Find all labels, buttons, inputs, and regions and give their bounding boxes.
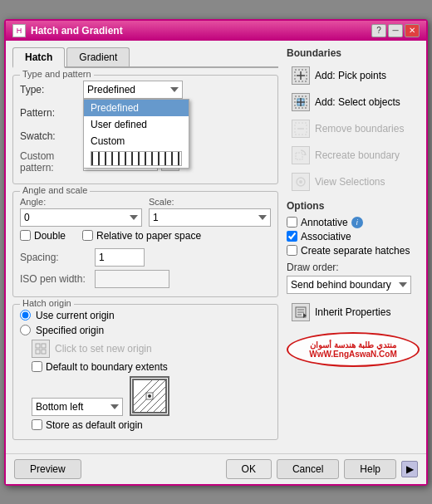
- help-button-bottom[interactable]: Help: [344, 459, 396, 479]
- recreate-label: Recreate boundary: [315, 149, 400, 161]
- angle-block: Angle: 0: [20, 197, 142, 227]
- bottom-left-select[interactable]: Bottom left Bottom right Top left Top ri…: [32, 398, 123, 416]
- click-set-label: Click to set new origin: [55, 343, 152, 355]
- add-select-icon: [292, 93, 310, 111]
- double-checkbox-row: Double: [20, 230, 66, 242]
- relative-checkbox-row: Relative to paper space: [82, 230, 201, 242]
- type-select[interactable]: Predefined User defined Custom: [83, 81, 183, 99]
- tab-gradient[interactable]: Gradient: [66, 47, 130, 66]
- main-content: Hatch Gradient Type and pattern Type: Pr…: [6, 41, 426, 453]
- view-icon: [292, 173, 310, 191]
- preview-button[interactable]: Preview: [14, 459, 81, 479]
- cancel-button[interactable]: Cancel: [277, 459, 339, 479]
- svg-rect-1: [42, 344, 46, 348]
- view-label: View Selections: [315, 176, 385, 188]
- scale-block: Scale: 1: [149, 197, 271, 227]
- close-button[interactable]: ✕: [405, 24, 420, 37]
- iso-select[interactable]: [95, 270, 169, 288]
- separate-checkbox[interactable]: [287, 245, 297, 256]
- svg-rect-0: [36, 344, 40, 348]
- specified-radio[interactable]: [20, 325, 31, 335]
- annotative-label: Annotative: [301, 217, 348, 228]
- pattern-label: Pattern:: [20, 107, 78, 119]
- dropdown-custom[interactable]: Custom: [84, 133, 189, 149]
- svg-rect-3: [42, 350, 46, 354]
- associative-checkbox[interactable]: [287, 231, 297, 242]
- draw-order-label: Draw order:: [287, 262, 420, 273]
- tab-hatch[interactable]: Hatch: [12, 47, 65, 68]
- default-boundary-label: Default to boundary extents: [46, 361, 168, 373]
- boundaries-section: Boundaries Add: Pick points: [287, 47, 420, 193]
- scale-label: Scale:: [149, 197, 271, 207]
- help-button[interactable]: ?: [371, 24, 386, 37]
- relative-label: Relative to paper space: [96, 230, 201, 242]
- double-checkbox[interactable]: [20, 230, 31, 241]
- dropdown-user-defined[interactable]: User defined: [84, 116, 189, 133]
- angle-label: Angle:: [20, 197, 142, 207]
- angle-scale-section: Angle and scale Angle: 0 Scale: 1: [12, 191, 278, 297]
- watermark-line2: WwW.EngAswaN.CoM: [295, 350, 411, 359]
- minimize-button[interactable]: ─: [388, 24, 403, 37]
- spacing-input[interactable]: [95, 248, 145, 267]
- recreate-btn[interactable]: Recreate boundary: [287, 144, 420, 167]
- hatch-preview-img: [130, 376, 169, 416]
- dropdown-predefined[interactable]: Predefined: [84, 100, 189, 116]
- spacing-row: Spacing:: [20, 248, 271, 267]
- boundaries-label: Boundaries: [287, 47, 420, 59]
- next-arrow-btn[interactable]: ▶: [401, 461, 418, 477]
- title-buttons: ? ─ ✕: [371, 24, 420, 37]
- type-select-wrapper: Predefined User defined Custom Predefine…: [83, 81, 183, 99]
- remove-icon: [292, 120, 310, 138]
- annotative-checkbox[interactable]: [287, 217, 297, 228]
- iso-row: ISO pen width:: [20, 270, 271, 288]
- use-current-radio[interactable]: [20, 310, 31, 321]
- options-section: Options Annotative i Associative Create …: [287, 200, 420, 324]
- inherit-btn[interactable]: Inherit Properties: [287, 301, 420, 324]
- use-current-label: Use current origin: [36, 310, 115, 321]
- tab-bar: Hatch Gradient: [12, 47, 278, 68]
- custom-pattern-label: Custom pattern:: [20, 150, 78, 174]
- type-pattern-section: Type and pattern Type: Predefined User d…: [12, 75, 278, 184]
- dropdown-swatch: [91, 151, 182, 166]
- iso-label: ISO pen width:: [20, 273, 95, 285]
- separate-row: Create separate hatches: [287, 245, 420, 257]
- annotative-row: Annotative i: [287, 217, 420, 228]
- bottom-origin-row: Bottom left Bottom right Top left Top ri…: [32, 376, 271, 416]
- angle-select[interactable]: 0: [20, 208, 142, 227]
- click-set-row: Click to set new origin: [32, 340, 271, 358]
- spacing-label: Spacing:: [20, 252, 95, 263]
- remove-label: Remove boundaries: [315, 123, 404, 135]
- draw-order-section: Draw order: Send behind boundary Send to…: [287, 262, 420, 294]
- specified-row: Specified origin: [20, 325, 271, 336]
- relative-checkbox[interactable]: [82, 230, 93, 241]
- svg-point-26: [299, 180, 302, 183]
- store-default-label: Store as default origin: [46, 419, 143, 431]
- watermark-line1: منتدي طلبة هندسة أسوان: [295, 340, 411, 350]
- options-label: Options: [287, 200, 420, 212]
- type-field-row: Type: Predefined User defined Custom Pre…: [20, 81, 271, 99]
- ok-button[interactable]: OK: [226, 459, 272, 479]
- draw-order-select[interactable]: Send behind boundary Send to back Bring …: [287, 276, 411, 294]
- scale-select[interactable]: 1: [149, 208, 271, 227]
- bottom-bar: Preview OK Cancel Help ▶: [6, 453, 426, 484]
- annotative-info-icon[interactable]: i: [351, 217, 363, 228]
- remove-btn[interactable]: Remove boundaries: [287, 117, 420, 140]
- view-btn[interactable]: View Selections: [287, 170, 420, 193]
- default-boundary-row: Default to boundary extents: [32, 361, 271, 373]
- add-pick-icon: [292, 66, 310, 85]
- store-default-checkbox[interactable]: [32, 419, 42, 430]
- angle-scale-label: Angle and scale: [20, 185, 90, 195]
- add-select-btn[interactable]: Add: Select objects: [287, 91, 420, 114]
- default-boundary-checkbox[interactable]: [32, 361, 42, 372]
- recreate-icon: [292, 146, 310, 164]
- watermark: منتدي طلبة هندسة أسوان WwW.EngAswaN.CoM: [287, 332, 420, 367]
- associative-row: Associative: [287, 231, 420, 242]
- left-panel: Hatch Gradient Type and pattern Type: Pr…: [12, 47, 278, 447]
- store-default-row: Store as default origin: [32, 419, 271, 431]
- angle-scale-row: Angle: 0 Scale: 1: [20, 197, 271, 227]
- type-pattern-label: Type and pattern: [20, 69, 94, 79]
- add-pick-btn[interactable]: Add: Pick points: [287, 64, 420, 87]
- swatch-label: Swatch:: [20, 130, 78, 142]
- add-select-label: Add: Select objects: [315, 96, 400, 108]
- click-set-btn[interactable]: [32, 340, 50, 358]
